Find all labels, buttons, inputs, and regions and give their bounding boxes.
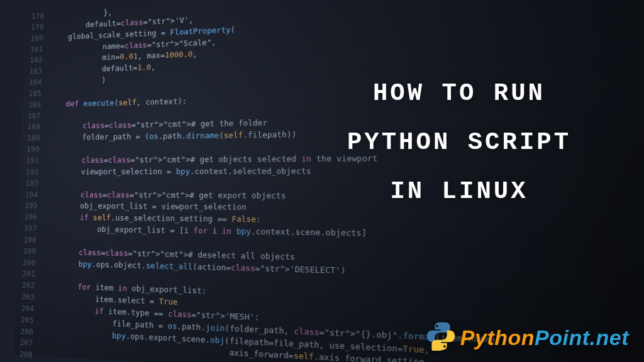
line-number: 205 (14, 314, 42, 327)
line-number: 196 (18, 212, 45, 224)
line-number: 207 (14, 337, 41, 349)
brand-text-right: Point.net (535, 326, 629, 349)
line-number: 206 (14, 326, 42, 338)
line-number: 197 (18, 223, 45, 235)
line-number: 180 (25, 32, 51, 44)
line-number: 199 (17, 246, 43, 258)
line-number: 179 (25, 21, 52, 33)
python-logo-icon (426, 322, 455, 353)
line-number: 193 (19, 178, 46, 189)
line-number: 191 (20, 155, 47, 167)
title-line-2: PYTHON SCRIPT (308, 118, 610, 167)
line-number: 185 (23, 88, 49, 100)
line-number: 204 (15, 302, 42, 315)
title-line-1: HOW TO RUN (308, 69, 610, 118)
line-number: 183 (23, 65, 50, 77)
line-number: 195 (19, 200, 45, 212)
line-number: 184 (23, 77, 50, 89)
line-number: 208 (13, 349, 40, 362)
line-number: 182 (24, 55, 50, 67)
banner-title: HOW TO RUN PYTHON SCRIPT IN LINUX (308, 69, 610, 216)
line-number: 202 (16, 280, 43, 292)
line-number: 187 (22, 110, 48, 122)
line-number: 192 (20, 167, 47, 178)
line-number: 194 (19, 189, 45, 200)
line-number: 178 (25, 10, 52, 23)
line-number: 198 (18, 234, 44, 246)
line-number: 188 (21, 121, 48, 133)
line-number: 200 (17, 257, 44, 269)
brand-text-left: Python (460, 326, 535, 349)
line-number: 201 (16, 268, 43, 280)
title-line-3: IN LINUX (308, 167, 610, 216)
line-number: 186 (22, 99, 48, 111)
line-number: 190 (21, 144, 47, 155)
line-number: 189 (21, 133, 48, 144)
brand-watermark: PythonPoint.net (426, 322, 629, 353)
brand-text: PythonPoint.net (460, 326, 629, 350)
line-number: 181 (25, 43, 51, 55)
line-number: 203 (16, 291, 43, 304)
